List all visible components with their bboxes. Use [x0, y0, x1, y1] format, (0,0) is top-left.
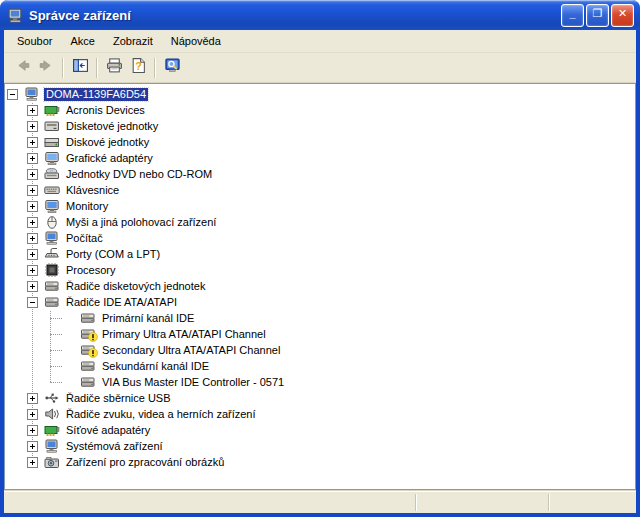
tree-item[interactable]: Řadiče zvuku, videa a herních zařízení	[5, 406, 635, 422]
tree-item[interactable]: Secondary Ultra ATA/ATAPI Channel	[5, 342, 635, 358]
expand-plus-icon[interactable]	[27, 185, 38, 196]
svg-text:?: ?	[135, 60, 141, 72]
warning-icon	[88, 332, 98, 342]
menu-akce[interactable]: Akce	[61, 33, 103, 50]
tree-item[interactable]: Primární kanál IDE	[5, 310, 635, 326]
tree-item-label[interactable]: Porty (COM a LPT)	[64, 248, 162, 261]
sound-icon	[44, 406, 60, 422]
tree-item-label[interactable]: Diskové jednotky	[64, 136, 151, 149]
titlebar[interactable]: Správce zařízení _❐✕	[0, 0, 640, 30]
tree-guide-line	[50, 308, 51, 382]
tree-item-label[interactable]: VIA Bus Master IDE Controller - 0571	[100, 376, 286, 389]
tree-item[interactable]: Systémová zařízení	[5, 438, 635, 454]
close-icon: ✕	[612, 4, 633, 23]
tree-item[interactable]: VIA Bus Master IDE Controller - 0571	[5, 374, 635, 390]
expand-plus-icon[interactable]	[27, 137, 38, 148]
tree-item-label[interactable]: Klávesnice	[64, 184, 121, 197]
tree-item[interactable]: Jednotky DVD nebo CD-ROM	[5, 166, 635, 182]
tree-item-label[interactable]: Systémová zařízení	[64, 440, 165, 453]
tree-item[interactable]: Diskové jednotky	[5, 134, 635, 150]
tree-item-label[interactable]: Řadiče sběrnice USB	[64, 392, 173, 405]
controller-icon	[44, 294, 60, 310]
tree-item[interactable]: DOMA-1139FA6D54	[5, 86, 635, 102]
tree-guide-line	[50, 334, 62, 335]
tree-item-label[interactable]: Sekundární kanál IDE	[100, 360, 211, 373]
expand-plus-icon[interactable]	[27, 441, 38, 452]
expand-plus-icon[interactable]	[27, 201, 38, 212]
tree-item-label[interactable]: Jednotky DVD nebo CD-ROM	[64, 168, 214, 181]
expand-plus-icon[interactable]	[27, 425, 38, 436]
menu-napoveda[interactable]: Nápověda	[162, 33, 230, 50]
maximize-button[interactable]: ❐	[586, 4, 609, 27]
expand-plus-icon[interactable]	[27, 233, 38, 244]
tree-item[interactable]: Síťové adapatéry	[5, 422, 635, 438]
device-manager-window: Správce zařízení _❐✕ SouborAkceZobrazitN…	[0, 0, 640, 517]
tree-item[interactable]: Myši a jiná polohovací zařízení	[5, 214, 635, 230]
controller-icon	[80, 374, 96, 390]
expand-plus-icon[interactable]	[27, 217, 38, 228]
help-button[interactable]: ?	[126, 57, 150, 79]
tree-item[interactable]: Řadiče IDE ATA/ATAPI	[5, 294, 635, 310]
tree-item-label[interactable]: Řadiče zvuku, videa a herních zařízení	[64, 408, 258, 421]
window-title: Správce zařízení	[29, 8, 561, 23]
menu-zobrazit[interactable]: Zobrazit	[104, 33, 162, 50]
tree-item-label[interactable]: Monitory	[64, 200, 110, 213]
tree-item-label[interactable]: Acronis Devices	[64, 104, 147, 117]
tree-item-label[interactable]: Myši a jiná polohovací zařízení	[64, 216, 218, 229]
device-tree[interactable]: DOMA-1139FA6D54Acronis DevicesDisketové …	[4, 83, 636, 490]
tree-item-label[interactable]: Řadiče IDE ATA/ATAPI	[64, 296, 179, 309]
expand-plus-icon[interactable]	[27, 105, 38, 116]
expand-plus-icon[interactable]	[27, 281, 38, 292]
forward-button[interactable]	[34, 57, 58, 79]
tree-item-label[interactable]: Secondary Ultra ATA/ATAPI Channel	[100, 344, 282, 357]
tree-item[interactable]: Počítač	[5, 230, 635, 246]
expand-plus-icon[interactable]	[27, 457, 38, 468]
collapse-minus-icon[interactable]	[27, 297, 38, 308]
tree-item[interactable]: Primary Ultra ATA/ATAPI Channel	[5, 326, 635, 342]
controller-icon	[80, 326, 96, 342]
toolbar-separator	[96, 58, 98, 78]
tree-item-label[interactable]: Disketové jednotky	[64, 120, 160, 133]
tree-item[interactable]: Porty (COM a LPT)	[5, 246, 635, 262]
close-button[interactable]: ✕	[611, 4, 634, 27]
tree-item-label[interactable]: Primární kanál IDE	[100, 312, 196, 325]
minimize-button[interactable]: _	[561, 4, 584, 27]
tree-item-label[interactable]: Zařízení pro zpracování obrázků	[64, 456, 226, 469]
tree-item[interactable]: Řadiče sběrnice USB	[5, 390, 635, 406]
expand-plus-icon[interactable]	[27, 393, 38, 404]
port-icon	[44, 246, 60, 262]
floppy-drive-icon	[44, 118, 60, 134]
tree-item[interactable]: Disketové jednotky	[5, 118, 635, 134]
tree-item[interactable]: Monitory	[5, 198, 635, 214]
print-button[interactable]	[102, 57, 126, 79]
status-bar-divider	[548, 494, 550, 511]
tree-item-label[interactable]: Grafické adaptéry	[64, 152, 155, 165]
controller-icon	[80, 310, 96, 326]
expand-plus-icon[interactable]	[27, 265, 38, 276]
tree-item[interactable]: Acronis Devices	[5, 102, 635, 118]
expand-plus-icon[interactable]	[27, 409, 38, 420]
expand-plus-icon[interactable]	[27, 169, 38, 180]
tree-item[interactable]: Grafické adaptéry	[5, 150, 635, 166]
tree-item[interactable]: Zařízení pro zpracování obrázků	[5, 454, 635, 470]
back-button[interactable]	[10, 57, 34, 79]
tree-item-label[interactable]: Řadiče disketových jednotek	[64, 280, 207, 293]
network-adapter-icon	[44, 422, 60, 438]
expand-plus-icon[interactable]	[27, 249, 38, 260]
tree-item-label[interactable]: DOMA-1139FA6D54	[44, 88, 148, 101]
tree-item[interactable]: Klávesnice	[5, 182, 635, 198]
expand-plus-icon[interactable]	[27, 121, 38, 132]
tree-item-label[interactable]: Síťové adapatéry	[64, 424, 152, 437]
tree-item[interactable]: Řadiče disketových jednotek	[5, 278, 635, 294]
tree-item[interactable]: Procesory	[5, 262, 635, 278]
menu-soubor[interactable]: Soubor	[8, 33, 61, 50]
show-hide-console-tree-button[interactable]	[68, 57, 92, 79]
tree-item-label[interactable]: Počítač	[64, 232, 105, 245]
expand-plus-icon[interactable]	[27, 153, 38, 164]
collapse-minus-icon[interactable]	[7, 89, 18, 100]
tree-item-label[interactable]: Primary Ultra ATA/ATAPI Channel	[100, 328, 268, 341]
scan-for-hardware-changes-button[interactable]	[160, 57, 184, 79]
tree-item-label[interactable]: Procesory	[64, 264, 118, 277]
tree-guide-line	[50, 382, 62, 383]
tree-item[interactable]: Sekundární kanál IDE	[5, 358, 635, 374]
